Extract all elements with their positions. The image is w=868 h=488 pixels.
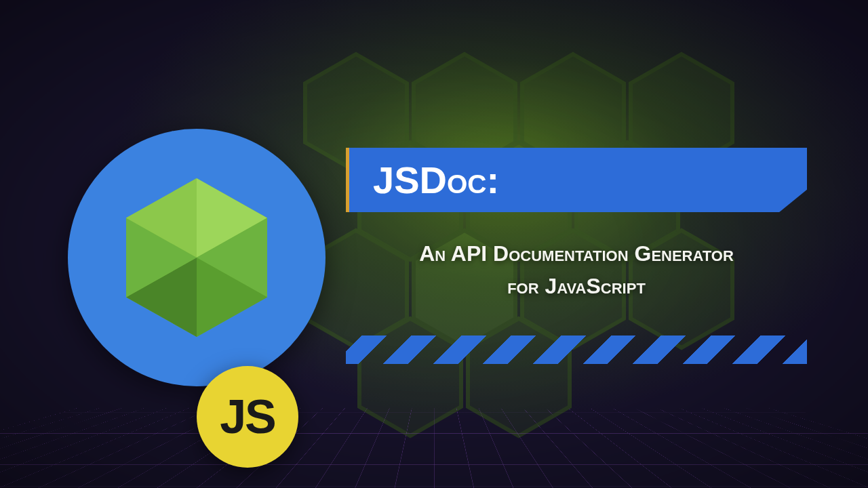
title-text: JSDoc:: [373, 158, 499, 202]
js-badge-text: JS: [220, 390, 275, 444]
subtitle-line-2: for JavaScript: [346, 270, 807, 302]
title-banner: JSDoc:: [346, 148, 807, 212]
subtitle-line-1: An API Documentation Generator: [346, 237, 807, 270]
nodejs-icon: [108, 169, 285, 346]
subtitle-text: An API Documentation Generator for JavaS…: [346, 237, 807, 302]
nodejs-badge: [68, 129, 326, 386]
hazard-stripe-divider: [346, 336, 807, 364]
javascript-badge: JS: [197, 366, 298, 468]
